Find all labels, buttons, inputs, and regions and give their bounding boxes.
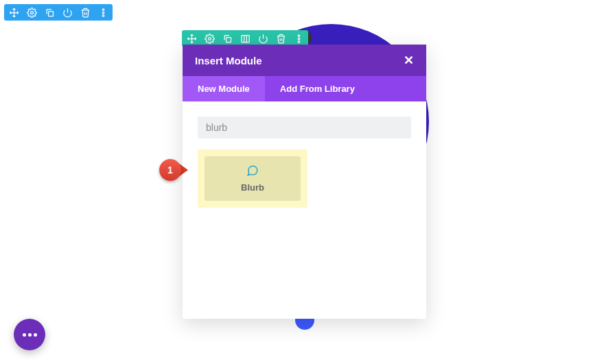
svg-point-4 (102, 12, 104, 14)
module-highlight: Blurb (198, 149, 307, 208)
search-input[interactable] (198, 117, 411, 138)
more-icon[interactable] (293, 33, 304, 44)
callout-number: 1 (159, 159, 181, 181)
svg-rect-7 (226, 37, 231, 42)
svg-rect-8 (241, 35, 248, 42)
tab-add-library[interactable]: Add From Library (265, 76, 370, 101)
module-label: Blurb (241, 182, 264, 193)
move-icon[interactable] (8, 7, 19, 18)
svg-point-13 (298, 38, 300, 40)
svg-point-0 (30, 11, 33, 14)
more-icon[interactable] (97, 7, 108, 18)
columns-icon[interactable] (240, 33, 251, 44)
duplicate-icon[interactable] (222, 33, 233, 44)
svg-point-12 (298, 34, 300, 36)
close-icon[interactable]: ✕ (404, 54, 414, 66)
callout-1: 1 (159, 159, 188, 181)
power-icon[interactable] (257, 33, 268, 44)
builder-fab[interactable] (14, 319, 45, 350)
trash-icon[interactable] (275, 33, 286, 44)
section-toolbar (4, 4, 113, 21)
insert-module-modal: Insert Module ✕ New Module Add From Libr… (183, 45, 426, 319)
gear-icon[interactable] (204, 33, 215, 44)
duplicate-icon[interactable] (44, 7, 55, 18)
svg-rect-1 (48, 11, 53, 16)
modal-tabs: New Module Add From Library (183, 76, 426, 101)
modal-body: Blurb (183, 101, 426, 319)
svg-point-5 (102, 14, 104, 16)
modal-title: Insert Module (195, 55, 262, 66)
blurb-icon (246, 165, 259, 180)
modal-header: Insert Module ✕ (183, 45, 426, 76)
tab-new-module[interactable]: New Module (183, 76, 265, 101)
gear-icon[interactable] (26, 7, 37, 18)
move-icon[interactable] (186, 33, 197, 44)
svg-point-3 (102, 8, 104, 10)
svg-point-14 (298, 40, 300, 43)
module-blurb[interactable]: Blurb (205, 156, 301, 201)
svg-point-6 (208, 37, 211, 40)
power-icon[interactable] (62, 7, 73, 18)
trash-icon[interactable] (80, 7, 91, 18)
